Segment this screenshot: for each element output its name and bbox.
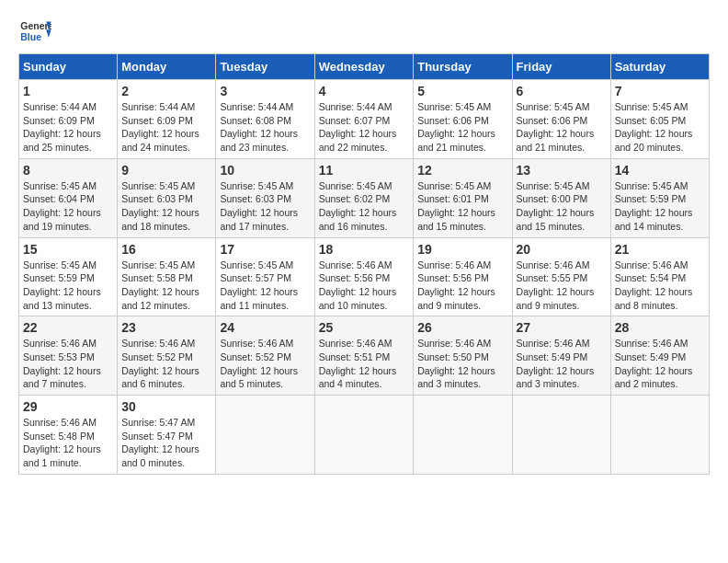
calendar-cell: 5Sunrise: 5:45 AMSunset: 6:06 PMDaylight… (414, 80, 512, 159)
day-number: 18 (319, 242, 410, 257)
calendar-cell: 21Sunrise: 5:46 AMSunset: 5:54 PMDayligh… (610, 237, 709, 316)
day-info: Sunrise: 5:44 AMSunset: 6:08 PMDaylight:… (220, 101, 298, 153)
day-info: Sunrise: 5:46 AMSunset: 5:48 PMDaylight:… (23, 417, 101, 468)
day-info: Sunrise: 5:45 AMSunset: 6:02 PMDaylight:… (319, 180, 397, 232)
weekday-header-friday: Friday (512, 54, 610, 80)
day-number: 28 (615, 320, 705, 335)
calendar-cell: 30Sunrise: 5:47 AMSunset: 5:47 PMDayligh… (118, 396, 216, 475)
calendar-cell: 22Sunrise: 5:46 AMSunset: 5:53 PMDayligh… (19, 316, 118, 396)
day-number: 20 (517, 242, 607, 257)
day-info: Sunrise: 5:44 AMSunset: 6:09 PMDaylight:… (23, 101, 101, 153)
day-info: Sunrise: 5:46 AMSunset: 5:49 PMDaylight:… (615, 338, 693, 389)
day-info: Sunrise: 5:46 AMSunset: 5:49 PMDaylight:… (517, 338, 595, 389)
day-number: 8 (23, 163, 113, 178)
day-info: Sunrise: 5:45 AMSunset: 6:06 PMDaylight:… (517, 101, 595, 153)
logo-icon: General Blue (18, 18, 51, 44)
day-info: Sunrise: 5:46 AMSunset: 5:50 PMDaylight:… (417, 338, 495, 389)
day-info: Sunrise: 5:45 AMSunset: 5:59 PMDaylight:… (23, 259, 101, 311)
calendar-cell: 19Sunrise: 5:46 AMSunset: 5:56 PMDayligh… (414, 237, 512, 316)
day-info: Sunrise: 5:46 AMSunset: 5:56 PMDaylight:… (417, 259, 495, 311)
day-number: 30 (121, 399, 211, 414)
day-number: 11 (319, 163, 410, 178)
weekday-header-thursday: Thursday (414, 54, 512, 80)
day-number: 2 (121, 84, 211, 98)
day-number: 24 (220, 320, 310, 335)
calendar-cell: 9Sunrise: 5:45 AMSunset: 6:03 PMDaylight… (118, 158, 216, 237)
day-number: 1 (23, 84, 113, 98)
logo: General Blue (18, 18, 51, 44)
day-info: Sunrise: 5:46 AMSunset: 5:56 PMDaylight:… (319, 259, 397, 311)
day-number: 19 (417, 242, 507, 257)
day-number: 7 (615, 84, 705, 98)
day-number: 13 (517, 163, 607, 178)
calendar-cell: 12Sunrise: 5:45 AMSunset: 6:01 PMDayligh… (414, 158, 512, 237)
calendar-cell: 26Sunrise: 5:46 AMSunset: 5:50 PMDayligh… (414, 316, 512, 396)
weekday-header-row: SundayMondayTuesdayWednesdayThursdayFrid… (19, 54, 710, 80)
calendar-week-5: 29Sunrise: 5:46 AMSunset: 5:48 PMDayligh… (19, 396, 710, 475)
day-info: Sunrise: 5:45 AMSunset: 5:57 PMDaylight:… (220, 259, 298, 311)
calendar-week-1: 1Sunrise: 5:44 AMSunset: 6:09 PMDaylight… (19, 80, 710, 159)
day-info: Sunrise: 5:45 AMSunset: 6:01 PMDaylight:… (417, 180, 495, 232)
svg-text:Blue: Blue (20, 31, 41, 42)
day-info: Sunrise: 5:45 AMSunset: 6:06 PMDaylight:… (417, 101, 495, 153)
calendar-cell: 10Sunrise: 5:45 AMSunset: 6:03 PMDayligh… (216, 158, 314, 237)
day-info: Sunrise: 5:45 AMSunset: 6:03 PMDaylight:… (220, 180, 298, 232)
day-number: 14 (615, 163, 705, 178)
day-info: Sunrise: 5:46 AMSunset: 5:52 PMDaylight:… (220, 338, 298, 389)
calendar-cell: 14Sunrise: 5:45 AMSunset: 5:59 PMDayligh… (610, 158, 709, 237)
day-number: 16 (121, 242, 211, 257)
day-number: 21 (615, 242, 705, 257)
day-info: Sunrise: 5:47 AMSunset: 5:47 PMDaylight:… (121, 417, 199, 468)
calendar-cell: 1Sunrise: 5:44 AMSunset: 6:09 PMDaylight… (19, 80, 118, 159)
calendar-cell: 18Sunrise: 5:46 AMSunset: 5:56 PMDayligh… (314, 237, 414, 316)
day-info: Sunrise: 5:44 AMSunset: 6:09 PMDaylight:… (121, 101, 199, 153)
day-number: 6 (517, 84, 607, 98)
calendar-week-4: 22Sunrise: 5:46 AMSunset: 5:53 PMDayligh… (19, 316, 710, 396)
calendar-cell (610, 396, 709, 475)
day-info: Sunrise: 5:44 AMSunset: 6:07 PMDaylight:… (319, 101, 397, 153)
calendar-cell: 13Sunrise: 5:45 AMSunset: 6:00 PMDayligh… (512, 158, 610, 237)
calendar-cell: 24Sunrise: 5:46 AMSunset: 5:52 PMDayligh… (216, 316, 314, 396)
calendar-cell: 4Sunrise: 5:44 AMSunset: 6:07 PMDaylight… (314, 80, 414, 159)
calendar-cell: 6Sunrise: 5:45 AMSunset: 6:06 PMDaylight… (512, 80, 610, 159)
day-info: Sunrise: 5:46 AMSunset: 5:51 PMDaylight:… (319, 338, 397, 389)
day-number: 29 (23, 399, 113, 414)
day-number: 26 (417, 320, 507, 335)
day-info: Sunrise: 5:46 AMSunset: 5:52 PMDaylight:… (121, 338, 199, 389)
day-number: 15 (23, 242, 113, 257)
day-info: Sunrise: 5:45 AMSunset: 6:03 PMDaylight:… (121, 180, 199, 232)
calendar-cell: 29Sunrise: 5:46 AMSunset: 5:48 PMDayligh… (19, 396, 118, 475)
day-info: Sunrise: 5:46 AMSunset: 5:54 PMDaylight:… (615, 259, 693, 311)
calendar-week-3: 15Sunrise: 5:45 AMSunset: 5:59 PMDayligh… (19, 237, 710, 316)
day-number: 5 (417, 84, 507, 98)
svg-marker-3 (46, 29, 51, 38)
calendar-cell (512, 396, 610, 475)
calendar-cell: 17Sunrise: 5:45 AMSunset: 5:57 PMDayligh… (216, 237, 314, 316)
calendar-cell: 7Sunrise: 5:45 AMSunset: 6:05 PMDaylight… (610, 80, 709, 159)
day-info: Sunrise: 5:46 AMSunset: 5:53 PMDaylight:… (23, 338, 101, 389)
day-number: 23 (121, 320, 211, 335)
calendar-cell: 16Sunrise: 5:45 AMSunset: 5:58 PMDayligh… (118, 237, 216, 316)
day-info: Sunrise: 5:45 AMSunset: 6:04 PMDaylight:… (23, 180, 101, 232)
calendar-cell (414, 396, 512, 475)
day-number: 10 (220, 163, 310, 178)
header: General Blue (18, 18, 710, 44)
calendar-cell (216, 396, 314, 475)
calendar-cell: 8Sunrise: 5:45 AMSunset: 6:04 PMDaylight… (19, 158, 118, 237)
day-info: Sunrise: 5:45 AMSunset: 5:58 PMDaylight:… (121, 259, 199, 311)
day-number: 27 (517, 320, 607, 335)
calendar-week-2: 8Sunrise: 5:45 AMSunset: 6:04 PMDaylight… (19, 158, 710, 237)
day-number: 3 (220, 84, 310, 98)
calendar-cell: 25Sunrise: 5:46 AMSunset: 5:51 PMDayligh… (314, 316, 414, 396)
calendar-table: SundayMondayTuesdayWednesdayThursdayFrid… (18, 53, 710, 475)
day-number: 12 (417, 163, 507, 178)
weekday-header-monday: Monday (118, 54, 216, 80)
day-number: 9 (121, 163, 211, 178)
calendar-cell: 27Sunrise: 5:46 AMSunset: 5:49 PMDayligh… (512, 316, 610, 396)
calendar-cell: 3Sunrise: 5:44 AMSunset: 6:08 PMDaylight… (216, 80, 314, 159)
weekday-header-wednesday: Wednesday (314, 54, 414, 80)
calendar-cell: 28Sunrise: 5:46 AMSunset: 5:49 PMDayligh… (610, 316, 709, 396)
calendar-cell: 15Sunrise: 5:45 AMSunset: 5:59 PMDayligh… (19, 237, 118, 316)
day-number: 22 (23, 320, 113, 335)
weekday-header-tuesday: Tuesday (216, 54, 314, 80)
